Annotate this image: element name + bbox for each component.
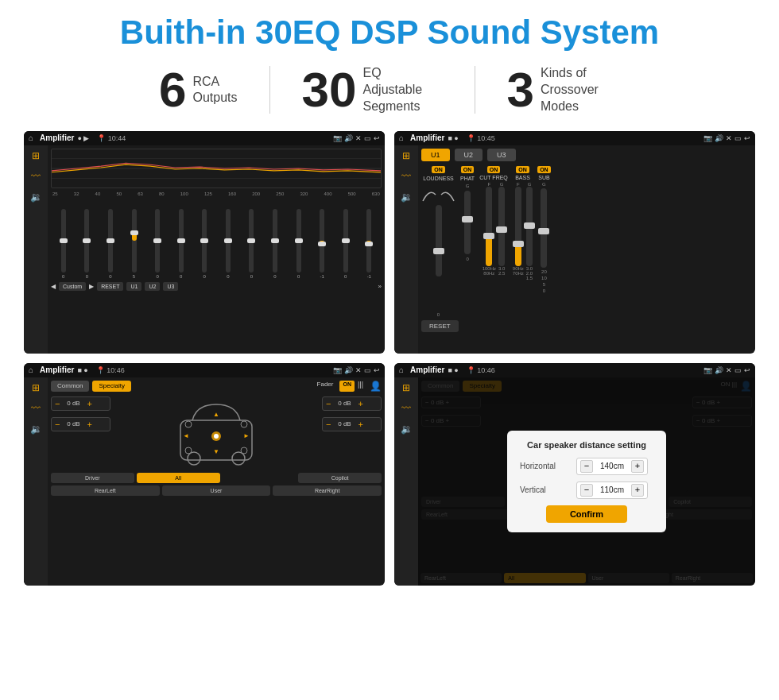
user-btn[interactable]: User [162,485,271,496]
horizontal-val: 140cm [596,462,628,470]
rearleft-btn[interactable]: RearLeft [51,485,160,496]
reset-btn-2[interactable]: RESET [421,320,459,332]
sub-on: ON [537,166,551,173]
phat-on: ON [461,166,475,173]
plus-btn-2[interactable]: + [87,420,91,429]
play-icons-3: ■ ● [77,366,87,374]
phat-label: PHAT [460,176,475,181]
u3-btn-1[interactable]: U3 [163,282,178,291]
crossover-main: U1 U2 U3 ON LOUDNESS [418,145,755,354]
speaker-icon-4[interactable]: 🔉 [401,423,413,435]
next-icon[interactable]: ▶ [89,283,94,290]
app-name-4: Amplifier [410,365,444,374]
specialty-tab[interactable]: Specialty [92,381,130,392]
slider-col-0: 0 [52,209,75,279]
minus-btn-2[interactable]: − [55,420,60,429]
stat-crossover-number: 3 [507,65,534,114]
common-tab[interactable]: Common [51,381,89,392]
stat-rca: 6 RCAOutputs [127,65,269,114]
driver-btn[interactable]: Driver [51,473,134,483]
db-val-1: 0 dB [62,400,84,407]
copilot-btn[interactable]: Copilot [298,473,382,483]
plus-btn-1[interactable]: + [87,399,91,408]
custom-btn[interactable]: Custom [59,282,86,291]
slider-col-7: 0 [217,209,239,279]
horizontal-minus[interactable]: − [580,460,593,473]
svg-point-7 [214,434,219,439]
status-bar-1: ⌂ Amplifier ● ▶ 📍 10:44 📷🔊✕▭↩ [24,131,385,145]
app-name-2: Amplifier [410,133,444,142]
horizontal-plus[interactable]: + [631,460,644,473]
minus-btn-3[interactable]: − [326,399,331,408]
vertical-minus[interactable]: − [580,484,593,497]
minus-btn-4[interactable]: − [326,420,331,429]
vertical-plus[interactable]: + [631,484,644,497]
minus-btn-1[interactable]: − [55,399,60,408]
phat-section: ON PHAT G 0 [460,166,475,317]
plus-btn-4[interactable]: + [358,420,362,429]
expand-icon[interactable]: » [378,283,382,290]
eq-sliders: 0 0 0 5 [51,199,382,279]
slider-col-6: 0 [193,209,215,279]
speaker-icon-3[interactable]: 🔉 [30,423,42,435]
slider-col-9: 0 [264,209,286,279]
crossover-content: ⊞ 〰 🔉 U1 U2 U3 ON [394,145,755,354]
bass-section: ON BASS F 90Hz 70Hz [513,166,533,317]
slider-col-10: 0 [288,209,310,279]
sub-val3: 5 [543,282,545,287]
speaker-icon[interactable]: 🔉 [30,191,42,203]
u2-btn-1[interactable]: U2 [145,282,160,291]
confirm-button[interactable]: Confirm [546,505,627,523]
slider-col-11: -1 [311,209,333,279]
stat-crossover-label: Kinds ofCrossover Modes [541,65,620,114]
bottom-row-2: RearLeft User RearRight [51,485,382,496]
status-icons-2: 📷🔊✕▭↩ [703,134,750,142]
reset-btn-1[interactable]: RESET [97,282,123,291]
plus-btn-3[interactable]: + [358,399,362,408]
db-val-4: 0 dB [333,420,355,427]
phat-val: 0 [466,257,468,261]
prev-icon[interactable]: ◀ [51,283,56,290]
horizontal-stepper: − 140cm + [576,458,648,475]
u1-btn-1[interactable]: U1 [126,282,141,291]
u3-preset[interactable]: U3 [487,149,516,161]
crossover-sections: ON LOUDNESS 0 [421,166,752,317]
db-control-2: − 0 dB + [51,417,110,431]
car-graphic: ▲ ▼ ◄ ► [115,396,317,468]
svg-point-13 [241,421,247,427]
slider-col-3: 5 [123,209,145,279]
eq-freq-labels: 253240506380100125160200250320400500630 [51,191,382,196]
home-icon: ⌂ [29,133,33,142]
all-btn[interactable]: All [137,473,220,483]
slider-col-8: 0 [241,209,263,279]
fader-screenshot: ⌂ Amplifier ■ ● 📍 10:46 📷🔊✕▭↩ ⊞ 〰 🔉 Com [24,363,385,586]
eq-icon-2[interactable]: ⊞ [402,150,410,161]
person-icon: 👤 [370,381,382,392]
wave-icon-4[interactable]: 〰 [401,403,411,414]
db-control-4: − 0 dB + [322,417,382,431]
status-bar-2: ⌂ Amplifier ■ ● 📍 10:45 📷🔊✕▭↩ [394,131,755,145]
svg-point-5 [232,452,245,465]
svg-point-14 [185,447,192,454]
rearright-btn[interactable]: RearRight [273,485,382,496]
eq-icon-4[interactable]: ⊞ [402,382,410,393]
horizontal-label: Horizontal [520,462,572,470]
wave-icon-2[interactable]: 〰 [401,171,411,182]
stat-rca-label: RCAOutputs [193,74,238,107]
bass-on: ON [516,166,529,173]
cutfreq-label: CUT FREQ [479,175,508,180]
time-4: 📍 10:46 [467,366,495,374]
eq-icon[interactable]: ⊞ [32,150,40,161]
loudness-slider [436,205,442,310]
loudness-label: LOUDNESS [423,176,454,181]
right-controls: − 0 dB + − 0 dB + [322,396,382,468]
wave-icon[interactable]: 〰 [31,171,41,182]
u1-preset[interactable]: U1 [421,149,450,161]
slider-col-5: 0 [170,209,192,279]
speaker-icon-2[interactable]: 🔉 [401,191,413,203]
eq-icon-3[interactable]: ⊞ [32,382,40,393]
eq-graph [51,149,382,188]
wave-icon-3[interactable]: 〰 [31,403,41,414]
u2-preset[interactable]: U2 [455,149,483,161]
stat-eq-label: EQ AdjustableSegments [363,65,443,114]
